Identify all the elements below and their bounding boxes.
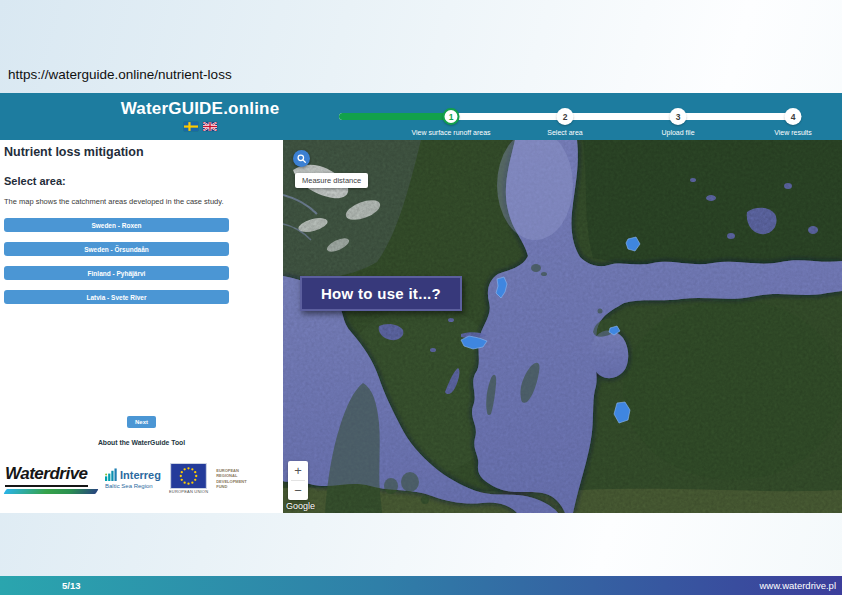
next-button[interactable]: Next: [127, 416, 156, 428]
waterdrive-swoosh: [3, 489, 98, 494]
map-search-button[interactable]: [293, 150, 310, 167]
waterdrive-logo: Waterdrive: [5, 464, 97, 494]
app-header: WaterGUIDE.online 1 2 3 4 View surface r…: [0, 93, 842, 140]
stepper-progress-fill: [339, 113, 451, 120]
partner-logos: Waterdrive Interreg Baltic Sea Region: [5, 463, 247, 494]
step-label-2: Select area: [547, 129, 582, 136]
page-url: https://waterguide.online/nutrient-loss: [8, 67, 232, 82]
map-description: The map shows the catchment areas develo…: [4, 197, 283, 206]
zoom-out-button[interactable]: −: [288, 481, 308, 500]
waterdrive-wordmark: Waterdrive: [5, 464, 88, 487]
interreg-bars-icon: [105, 468, 118, 481]
area-button-sweden-roxen[interactable]: Sweden - Roxen: [4, 218, 229, 232]
area-button-latvia-svete[interactable]: Latvia - Svete River: [4, 290, 229, 304]
step-circle-4[interactable]: 4: [785, 108, 802, 125]
area-button-finland-pyhajarvi[interactable]: Finland - Pyhäjärvi: [4, 266, 229, 280]
map-container: Measure distance How to use it...? + − G…: [283, 140, 842, 513]
eu-flag-icon: [170, 463, 207, 489]
interreg-wordmark: Interreg: [120, 470, 161, 481]
google-attribution: Google: [286, 501, 315, 511]
zoom-in-button[interactable]: +: [288, 461, 308, 480]
select-area-heading: Select area:: [4, 175, 283, 187]
main-content: Nutrient loss mitigation Select area: Th…: [0, 140, 842, 513]
search-icon: [296, 153, 307, 164]
step-label-3: Upload file: [661, 129, 694, 136]
measure-distance-tooltip[interactable]: Measure distance: [295, 173, 368, 188]
stepper-track: 1 2 3 4 View surface runoff areas Select…: [339, 113, 797, 120]
eu-fund-line: FUND: [216, 484, 246, 489]
how-to-use-overlay[interactable]: How to use it...?: [300, 276, 462, 311]
about-link[interactable]: About the WaterGuide Tool: [0, 439, 283, 446]
progress-stepper: 1 2 3 4 View surface runoff areas Select…: [339, 113, 797, 139]
language-switcher: [118, 122, 282, 131]
map-zoom-control: + −: [288, 461, 308, 500]
eu-flag-logo: EUROPEAN UNION: [169, 463, 208, 494]
app-brand: WaterGUIDE.online: [118, 99, 282, 131]
step-circle-3[interactable]: 3: [670, 108, 687, 125]
page-title: Nutrient loss mitigation: [4, 145, 283, 159]
sidebar-panel: Nutrient loss mitigation Select area: Th…: [0, 140, 283, 513]
uk-flag-icon[interactable]: [203, 122, 217, 131]
eu-fund-text: EUROPEAN REGIONAL DEVELOPMENT FUND: [216, 468, 246, 490]
swedish-flag-icon[interactable]: [184, 122, 198, 131]
slide-number: 5/13: [62, 580, 81, 591]
step-circle-2[interactable]: 2: [557, 108, 574, 125]
step-label-4: View results: [774, 129, 812, 136]
eu-flag-caption: EUROPEAN UNION: [169, 490, 208, 494]
slide-footer: 5/13 www.waterdrive.pl: [0, 576, 842, 595]
interreg-subtitle: Baltic Sea Region: [105, 483, 161, 489]
interreg-logo: Interreg Baltic Sea Region: [105, 468, 161, 489]
step-circle-1[interactable]: 1: [443, 108, 460, 125]
app-title: WaterGUIDE.online: [118, 99, 282, 119]
area-button-sweden-orsundaan[interactable]: Sweden - Örsundaån: [4, 242, 229, 256]
footer-website-link[interactable]: www.waterdrive.pl: [759, 580, 836, 591]
step-label-1: View surface runoff areas: [411, 129, 490, 136]
baltic-satellite-map[interactable]: [283, 140, 842, 513]
